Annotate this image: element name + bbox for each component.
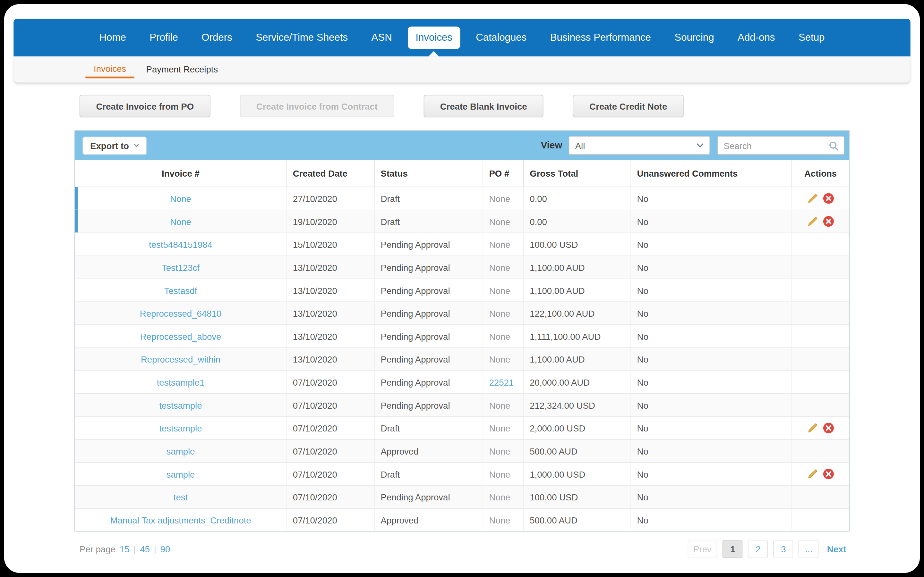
edit-icon[interactable] — [806, 215, 819, 227]
edit-icon[interactable] — [806, 422, 819, 434]
nav-item-sourcing[interactable]: Sourcing — [667, 27, 722, 49]
cell: Draft — [375, 417, 483, 439]
invoice-link[interactable]: sample — [166, 446, 195, 456]
status-text: Pending Approval — [381, 377, 450, 387]
status-text: Approved — [381, 515, 419, 525]
invoice-link[interactable]: test5484151984 — [149, 239, 212, 250]
search-icon[interactable] — [829, 141, 839, 151]
cell: 07/10/2020 — [287, 417, 375, 439]
table-row: Reprocessed_within13/10/2020Pending Appr… — [75, 348, 849, 371]
gross-total: 20,000.00 AUD — [530, 377, 590, 387]
invoice-link[interactable]: testsample — [159, 400, 202, 410]
create-blank-invoice-button[interactable]: Create Blank Invoice — [423, 95, 543, 117]
app-window: HomeProfileOrdersService/Time SheetsASNI… — [4, 4, 920, 573]
nav-item-home[interactable]: Home — [92, 27, 134, 49]
export-button[interactable]: Export to — [82, 136, 147, 155]
cell: Testasdf — [75, 279, 287, 301]
invoice-link[interactable]: Testasdf — [164, 285, 197, 295]
created-date: 27/10/2020 — [293, 193, 337, 203]
create-credit-note-button[interactable]: Create Credit Note — [573, 95, 684, 117]
cell: 22521 — [483, 371, 524, 393]
invoice-link[interactable]: test — [174, 492, 188, 502]
per-page-45[interactable]: 45 — [140, 544, 150, 554]
invoice-link[interactable]: Test123cf — [162, 262, 200, 272]
cell: 1,100.00 AUD — [524, 279, 631, 301]
nav-item-business-performance[interactable]: Business Performance — [543, 27, 659, 49]
status-text: Draft — [381, 216, 400, 226]
cell: Draft — [375, 463, 483, 485]
cell: Reprocessed_above — [75, 325, 287, 348]
col-header-po: PO # — [483, 160, 524, 187]
search-input[interactable] — [718, 137, 830, 154]
cell: No — [631, 348, 792, 371]
invoice-link[interactable]: Reprocessed_64810 — [140, 308, 221, 318]
ellipsis-button[interactable]: ... — [799, 540, 819, 558]
table-row: testsample07/10/2020Pending ApprovalNone… — [75, 393, 849, 416]
status-text: Pending Approval — [381, 354, 450, 364]
cell: Reprocessed_64810 — [75, 302, 287, 324]
cell: None — [483, 325, 524, 348]
subnav-item-payment-receipts[interactable]: Payment Receipts — [138, 62, 226, 77]
delete-icon[interactable] — [822, 422, 835, 434]
table-row: Manual Tax adjustments_Creditnote07/10/2… — [75, 508, 849, 531]
edit-icon[interactable] — [806, 468, 819, 480]
gross-total: 212,324.00 USD — [530, 400, 595, 410]
export-label: Export to — [90, 140, 129, 150]
cell: Pending Approval — [375, 302, 483, 324]
table-row: test07/10/2020Pending ApprovalNone100.00… — [75, 485, 849, 508]
cell: None — [483, 256, 524, 279]
invoice-link[interactable]: Reprocessed_within — [141, 354, 220, 364]
nav-item-orders[interactable]: Orders — [194, 27, 240, 49]
subnav-item-invoices[interactable]: Invoices — [86, 61, 134, 78]
cell — [792, 417, 849, 439]
cell: 1,100.00 AUD — [524, 348, 631, 371]
page-2-button[interactable]: 2 — [748, 540, 768, 558]
nav-item-service-time-sheets[interactable]: Service/Time Sheets — [248, 27, 355, 49]
po-number-link[interactable]: 22521 — [489, 377, 514, 387]
nav-item-asn[interactable]: ASN — [364, 27, 400, 49]
nav-item-setup[interactable]: Setup — [791, 27, 832, 49]
cell: 0.00 — [524, 187, 631, 210]
per-page-15[interactable]: 15 — [120, 544, 129, 554]
gross-total: 500.00 AUD — [530, 446, 577, 456]
status-text: Draft — [381, 469, 400, 479]
create-invoice-from-contract-button[interactable]: Create Invoice from Contract — [240, 95, 394, 117]
edit-icon[interactable] — [806, 193, 819, 205]
table-row: sample07/10/2020DraftNone1,000.00 USDNo — [75, 462, 849, 485]
pager-row: Per page 15|45|90 Prev123...Next — [75, 540, 849, 558]
create-invoice-from-po-button[interactable]: Create Invoice from PO — [79, 95, 210, 117]
created-date: 07/10/2020 — [293, 492, 337, 502]
invoice-link[interactable]: testsample — [159, 423, 202, 433]
invoice-link[interactable]: sample — [166, 469, 195, 479]
gross-total: 1,100.00 AUD — [530, 354, 585, 364]
invoice-link[interactable]: Manual Tax adjustments_Creditnote — [110, 515, 251, 525]
invoice-link[interactable]: None — [170, 193, 191, 203]
cell — [792, 486, 849, 508]
cell: 0.00 — [524, 210, 631, 233]
nav-item-invoices[interactable]: Invoices — [408, 27, 460, 49]
next-button[interactable]: Next — [824, 540, 849, 558]
nav-item-profile[interactable]: Profile — [142, 27, 186, 49]
invoice-link[interactable]: testsample1 — [157, 377, 205, 387]
gross-total: 100.00 USD — [530, 492, 578, 502]
delete-icon[interactable] — [822, 215, 835, 227]
page-3-button[interactable]: 3 — [774, 540, 793, 558]
page-1-button[interactable]: 1 — [723, 540, 743, 558]
delete-icon[interactable] — [822, 193, 835, 205]
cell — [792, 463, 849, 485]
nav-item-add-ons[interactable]: Add-ons — [730, 27, 782, 49]
nav-item-catalogues[interactable]: Catalogues — [468, 27, 534, 49]
invoice-link[interactable]: Reprocessed_above — [140, 331, 221, 341]
cell: None — [483, 440, 524, 462]
delete-icon[interactable] — [822, 468, 835, 480]
prev-button[interactable]: Prev — [688, 540, 717, 558]
per-page-90[interactable]: 90 — [160, 544, 170, 554]
unanswered-comments: No — [637, 262, 648, 272]
cell: No — [631, 440, 792, 462]
table-row: None19/10/2020DraftNone0.00No — [75, 210, 849, 233]
cell: 19/10/2020 — [287, 210, 375, 233]
cell: None — [483, 348, 524, 371]
cell: Pending Approval — [375, 325, 483, 348]
view-select[interactable]: All — [569, 136, 710, 155]
invoice-link[interactable]: None — [170, 216, 191, 226]
